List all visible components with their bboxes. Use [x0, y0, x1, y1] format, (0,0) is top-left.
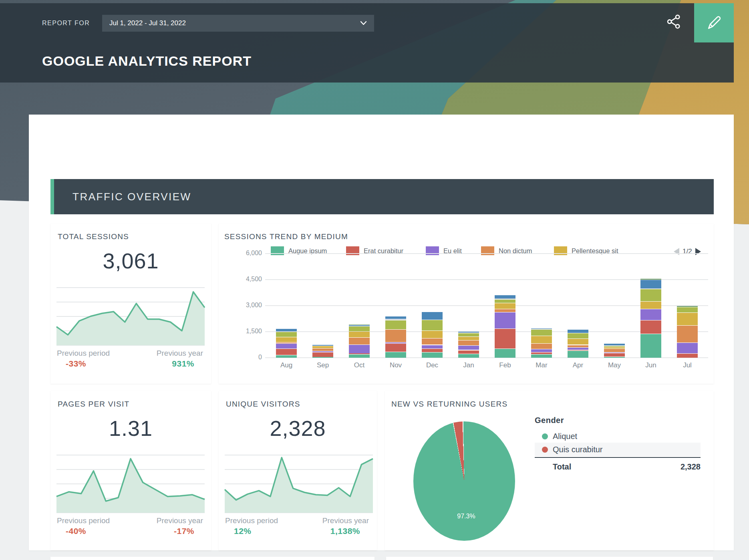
bar-segment	[276, 349, 297, 355]
bar-segment	[495, 312, 515, 328]
bar-segment	[568, 348, 588, 349]
stacked-bar-apr[interactable]	[568, 329, 588, 358]
x-axis-label: Jan	[455, 361, 483, 369]
legend-label: Aliquet	[553, 432, 577, 441]
legend-dot	[542, 447, 548, 453]
bar-segment	[495, 349, 515, 358]
legend-row-quis-curabitur[interactable]: Quis curabitur	[535, 443, 701, 456]
bar-segment	[458, 333, 479, 336]
bar-segment	[640, 289, 661, 301]
y-axis-tick: 6,000	[234, 250, 262, 257]
legend-page-indicator: 1/2	[683, 248, 692, 256]
card-pages-per-visit: PAGES PER VISIT 1.31 Previous period Pre…	[50, 391, 211, 550]
bar-segment	[531, 329, 552, 330]
x-axis-label: Mar	[528, 361, 556, 369]
chevron-down-icon	[360, 21, 367, 26]
card-sessions-trend: SESSIONS TREND BY MEDIUM Augue ipsumErat…	[219, 224, 714, 384]
pie-data-label: 97.3%	[450, 513, 482, 520]
bar-segment	[458, 354, 479, 358]
sparkline-chart	[225, 455, 373, 513]
card-title: SESSIONS TREND BY MEDIUM	[224, 232, 348, 241]
stacked-bar-aug[interactable]	[276, 328, 297, 358]
stacked-bar-nov[interactable]	[385, 316, 406, 358]
bar-segment	[640, 334, 661, 358]
bar-segment	[349, 338, 370, 344]
stacked-bar-dec[interactable]	[422, 312, 443, 358]
trend-legend-pager: 1/2	[674, 248, 701, 256]
x-axis-label: Jul	[673, 361, 701, 369]
bar-segment	[568, 339, 588, 344]
bar-segment	[276, 342, 297, 343]
bar-segment	[495, 300, 515, 303]
bar-segment	[422, 312, 443, 320]
bar-segment	[349, 326, 370, 331]
bar-segment	[422, 345, 443, 348]
bar-segment	[276, 329, 297, 331]
bar-segment	[495, 298, 515, 299]
gender-pie-chart	[413, 421, 515, 541]
bar-segment	[531, 336, 552, 343]
bar-segment	[640, 302, 661, 309]
edit-report-button[interactable]	[694, 3, 734, 42]
kpi-value: 2,328	[219, 416, 377, 441]
section-title: TRAFFIC OVERVIEW	[72, 191, 191, 203]
bar-segment	[640, 320, 661, 334]
bar-segment	[458, 340, 479, 345]
bar-segment	[422, 353, 443, 358]
bar-segment	[531, 344, 552, 349]
bar-segment	[568, 351, 588, 358]
bar-segment	[385, 320, 406, 329]
ga-report-page: REPORT FOR Jul 1, 2022 - Jul 31, 2022 GO…	[0, 0, 749, 560]
bar-segment	[276, 332, 297, 337]
stacked-bar-feb[interactable]	[495, 295, 515, 358]
bar-segment	[312, 346, 333, 348]
section-header-traffic-overview: TRAFFIC OVERVIEW	[50, 179, 714, 214]
bar-segment	[458, 346, 479, 350]
x-axis-label: Sep	[309, 361, 337, 369]
date-range-dropdown[interactable]: Jul 1, 2022 - Jul 31, 2022	[102, 15, 374, 32]
bar-segment	[312, 357, 333, 358]
sparkline-chart	[56, 287, 205, 345]
bar-segment	[276, 355, 297, 358]
stacked-bar-sep[interactable]	[312, 344, 333, 358]
y-axis-tick: 4,500	[234, 276, 262, 283]
prev-period-label: Previous period	[57, 516, 110, 525]
share-button[interactable]	[663, 11, 685, 32]
y-axis-tick: 0	[234, 354, 262, 361]
stacked-bar-may[interactable]	[604, 343, 625, 358]
legend-total-row: Total 2,328	[535, 460, 701, 473]
x-axis-label: Aug	[272, 361, 300, 369]
bar-segment	[604, 357, 625, 358]
legend-next-page-icon[interactable]	[695, 248, 701, 255]
bar-segment	[604, 347, 625, 348]
stacked-bar-jan[interactable]	[458, 332, 479, 358]
bar-segment	[531, 330, 552, 336]
bar-segment	[276, 344, 297, 348]
bar-segment	[604, 344, 625, 345]
stacked-bar-jun[interactable]	[640, 279, 661, 358]
stacked-bar-oct[interactable]	[349, 324, 370, 358]
bar-segment	[312, 353, 333, 357]
stacked-bar-mar[interactable]	[531, 328, 552, 358]
stacked-bar-jul[interactable]	[677, 306, 698, 358]
bar-segment	[568, 350, 588, 351]
bar-segment	[495, 329, 515, 348]
prev-period-value: -33%	[66, 359, 86, 369]
bar-segment	[349, 353, 370, 354]
bar-segment	[422, 320, 443, 330]
legend-row-aliquet[interactable]: Aliquet	[535, 430, 701, 443]
bar-segment	[604, 346, 625, 347]
bar-segment	[677, 343, 698, 353]
x-axis-label: Feb	[491, 361, 519, 369]
prev-year-label: Previous year	[157, 349, 203, 358]
pie-legend: Gender AliquetQuis curabitur Total 2,328	[535, 416, 701, 473]
card-new-vs-returning: NEW VS RETURNING USERS 97.3% Gender Aliq…	[385, 391, 714, 550]
legend-divider	[535, 457, 701, 458]
total-label: Total	[553, 462, 681, 471]
bar-segment	[568, 333, 588, 338]
legend-prev-page-icon[interactable]	[674, 248, 679, 255]
share-icon	[666, 14, 682, 30]
bar-segment	[349, 332, 370, 338]
bar-segment	[422, 338, 443, 345]
bar-segment	[276, 337, 297, 342]
